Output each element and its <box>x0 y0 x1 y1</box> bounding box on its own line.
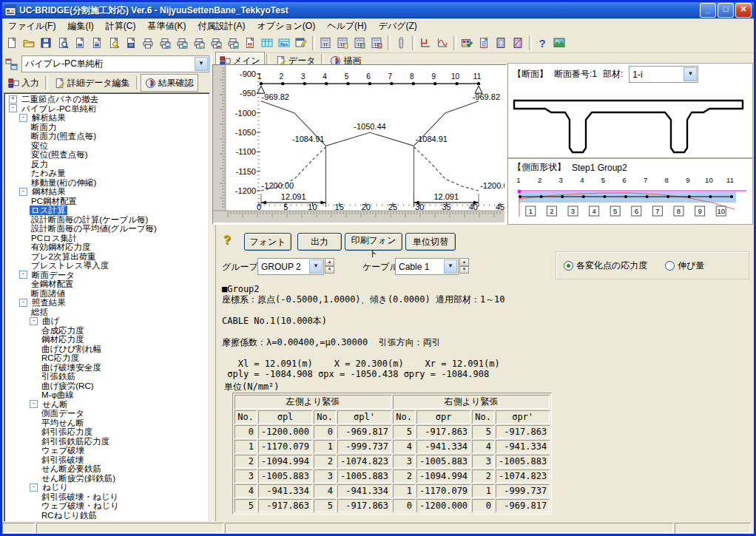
collapse-icon[interactable]: - <box>30 317 38 325</box>
close-button[interactable]: ✕ <box>735 3 752 18</box>
tree-item[interactable]: 総括 <box>4 308 209 317</box>
menu-item[interactable]: 編集(I) <box>61 18 99 34</box>
tree-item[interactable]: PC鋼材配置 <box>4 197 209 206</box>
help-icon[interactable]: ? <box>223 234 237 248</box>
calc-result-button[interactable] <box>351 35 368 51</box>
collapse-icon[interactable]: - <box>9 104 17 112</box>
table-cyan-button[interactable] <box>259 35 276 51</box>
tree-item[interactable]: プレ2次算出荷重 <box>4 252 209 262</box>
expand-icon[interactable]: + <box>9 95 17 104</box>
tree-item[interactable]: 合成応力度 <box>4 326 209 336</box>
chevron-down-icon[interactable]: ▼ <box>309 259 323 274</box>
print-doc-4-button[interactable] <box>208 35 225 51</box>
ruler-button[interactable] <box>393 35 410 51</box>
influence-line-button[interactable] <box>417 35 434 51</box>
cable-spin-up[interactable]: ▲ <box>459 258 469 266</box>
tree-item[interactable]: ウェブ破壊 <box>4 446 209 455</box>
unit-toggle-button[interactable]: 単位切替 <box>405 233 456 251</box>
tree-item[interactable]: 曲げ破壊安全度 <box>4 363 209 373</box>
tree-item[interactable]: 斜引張鉄筋応力度 <box>4 437 209 447</box>
open-folder-button[interactable] <box>21 35 38 51</box>
help-doc-1-button[interactable]: ? <box>493 35 510 51</box>
tree-item[interactable]: 全鋼材配置 <box>4 279 209 289</box>
print-font-button[interactable]: 印刷フォント <box>345 233 402 251</box>
collapse-icon[interactable]: - <box>19 188 27 196</box>
tree-item[interactable]: RCねじり鉄筋 <box>4 511 209 520</box>
tree-item[interactable]: 曲げひび割れ幅 <box>4 345 209 354</box>
print-doc-1-button[interactable] <box>157 35 174 51</box>
tree-item[interactable]: 側面データ <box>4 409 209 418</box>
print-settings-button[interactable]: dpi <box>476 35 493 51</box>
font-button[interactable]: フォント <box>244 233 291 251</box>
group-combobox[interactable]: GROUP 2 ▼ <box>257 258 324 275</box>
minimize-button[interactable]: _ <box>700 3 716 18</box>
radio-stress-at-points[interactable]: 各変化点の応力度 <box>564 259 647 272</box>
group-spin-down[interactable]: ▼ <box>325 266 334 274</box>
palette-button[interactable] <box>459 35 476 51</box>
tree-item[interactable]: 変位 <box>4 141 209 151</box>
tree-item[interactable]: 移動量(桁の伸縮) <box>4 178 209 188</box>
cable-combobox[interactable]: Cable 1 ▼ <box>395 258 459 275</box>
print-doc-3-button[interactable] <box>191 35 208 51</box>
tree-item[interactable]: PCロス集計 <box>4 234 209 243</box>
table-result-button[interactable]: Res <box>276 35 293 51</box>
collapse-icon[interactable]: - <box>19 114 27 122</box>
tree-item[interactable]: -ねじり <box>4 483 209 492</box>
about-image-button[interactable] <box>551 35 568 51</box>
tree-item[interactable]: せん断必要鉄筋 <box>4 464 209 474</box>
tree-item[interactable]: 斜引張応力度 <box>4 427 209 437</box>
maximize-button[interactable]: □ <box>718 3 734 18</box>
print-doc-2-button[interactable] <box>174 35 191 51</box>
tree-item[interactable]: 断面力 <box>4 123 209 132</box>
tree-item[interactable]: +二重節点バネの撤去 <box>4 95 209 104</box>
doc-preview-button[interactable] <box>55 35 72 51</box>
radio-elongation[interactable]: 伸び量 <box>665 259 704 272</box>
help-doc-2-button[interactable]: ? <box>510 35 527 51</box>
tree-item[interactable]: 曲げ疲労(RC) <box>4 381 209 391</box>
tree-item[interactable]: RC応力度 <box>4 353 209 363</box>
member-combobox[interactable]: 1-i ▼ <box>629 66 698 83</box>
chevron-down-icon[interactable]: ▼ <box>195 57 208 71</box>
menu-item[interactable]: ヘルプ(H) <box>321 18 373 34</box>
tree-item[interactable]: 断面力(照査点毎) <box>4 132 209 141</box>
tree-item[interactable]: 設計断面毎の平均値(グループ毎) <box>4 224 209 234</box>
tree-item[interactable]: ロス計算 <box>4 206 209 215</box>
save-button[interactable] <box>38 35 55 51</box>
tree-item[interactable]: 斜引張破壊・ねじり <box>4 492 209 502</box>
tree-item[interactable]: -解析結果 <box>4 113 209 123</box>
tree-item[interactable]: 設計断面毎の計算(ケーブル毎) <box>4 215 209 225</box>
tree-item[interactable]: せん断疲労(斜鉄筋) <box>4 474 209 484</box>
group-spin-up[interactable]: ▲ <box>325 258 334 266</box>
tree-item[interactable]: たわみ量 <box>4 169 209 178</box>
tree-item[interactable]: ウェブ破壊・ねじり <box>4 501 209 511</box>
menu-item[interactable]: デバグ(Z) <box>373 18 423 34</box>
chevron-down-icon[interactable]: ▼ <box>684 67 697 81</box>
tree-item[interactable]: -断面データ <box>4 271 209 280</box>
tree-item[interactable]: 変位(照査点毎) <box>4 150 209 160</box>
doc-search-button[interactable] <box>106 35 123 51</box>
collapse-icon[interactable]: - <box>30 484 38 492</box>
new-doc-button[interactable] <box>4 35 21 51</box>
collapse-icon[interactable]: - <box>19 271 27 279</box>
tree-item[interactable]: 断面諸値 <box>4 289 209 299</box>
sidebar-tab-2[interactable]: 詳細データ編集 <box>50 74 135 92</box>
output-button[interactable]: 出力 <box>297 233 342 251</box>
calc-edit-button[interactable] <box>334 35 351 51</box>
chevron-down-icon[interactable]: ▼ <box>444 259 457 274</box>
tree-item[interactable]: -せん断 <box>4 400 209 410</box>
doc-blue-2-button[interactable] <box>89 35 106 51</box>
window-edit-button[interactable] <box>293 35 310 51</box>
sidebar-tab-3[interactable]: 結果確認 <box>141 74 198 92</box>
menu-item[interactable]: 付属設計(A) <box>192 18 251 34</box>
tree-item[interactable]: -バイブレ-PC単純桁 <box>4 104 209 114</box>
tree-item[interactable]: -曲げ <box>4 316 209 326</box>
report-red-button[interactable] <box>242 35 259 51</box>
tree-item[interactable]: 有効鋼材応力度 <box>4 242 209 252</box>
collapse-icon[interactable]: - <box>30 400 38 408</box>
tree-item[interactable]: -鋼材結果 <box>4 187 209 197</box>
menu-item[interactable]: 基準値(K) <box>141 18 192 34</box>
calc-input-button[interactable] <box>317 35 334 51</box>
help-button[interactable]: ? <box>534 35 551 51</box>
tree-item[interactable]: 引張鉄筋 <box>4 372 209 381</box>
calc-report-button[interactable] <box>368 35 385 51</box>
